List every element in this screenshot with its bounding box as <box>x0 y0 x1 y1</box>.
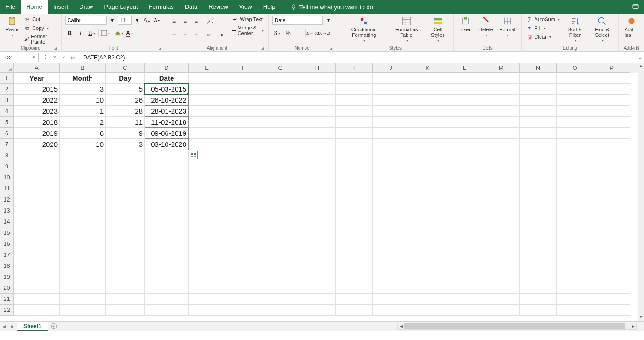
cell-C11[interactable] <box>106 183 145 194</box>
sheet-nav-next[interactable]: ▶ <box>8 322 17 331</box>
align-center-button[interactable]: ≡ <box>181 30 190 40</box>
enter-formula-button[interactable]: ✓ <box>59 54 68 60</box>
cell-O19[interactable] <box>557 271 593 282</box>
cell-C21[interactable] <box>106 294 145 305</box>
increase-decimal-button[interactable]: .0→.00 <box>308 29 317 38</box>
decrease-font-button[interactable]: A▼ <box>153 16 162 25</box>
cell-I12[interactable] <box>336 194 373 205</box>
column-header-O[interactable]: O <box>557 63 593 73</box>
column-header-M[interactable]: M <box>483 63 520 73</box>
scroll-right-button[interactable]: ▶ <box>630 323 636 329</box>
column-header-G[interactable]: G <box>262 63 299 73</box>
cell-F2[interactable] <box>225 84 262 95</box>
cell-H9[interactable] <box>299 161 336 172</box>
cell-F13[interactable] <box>225 205 262 216</box>
cell-P6[interactable] <box>593 128 630 139</box>
cell-E16[interactable] <box>189 238 225 249</box>
cell-M17[interactable] <box>483 249 520 260</box>
cell-H4[interactable] <box>299 106 336 117</box>
tab-review[interactable]: Review <box>203 0 234 14</box>
cell-C1[interactable]: Day <box>106 73 145 84</box>
cell-A4[interactable]: 2023 <box>14 106 60 117</box>
cell-L13[interactable] <box>446 205 483 216</box>
cell-G9[interactable] <box>262 161 299 172</box>
cell-I22[interactable] <box>336 305 373 316</box>
cell-N4[interactable] <box>520 106 557 117</box>
bold-button[interactable]: B <box>65 29 75 38</box>
cell-styles-button[interactable]: Cell Styles <box>426 16 449 44</box>
cell-C17[interactable] <box>106 249 145 260</box>
align-bottom-button[interactable]: ≡ <box>192 17 201 27</box>
italic-button[interactable]: I <box>76 29 86 38</box>
cell-J17[interactable] <box>373 249 409 260</box>
cell-C18[interactable] <box>106 260 145 271</box>
sheet-nav-prev[interactable]: ◀ <box>0 322 8 331</box>
format-as-table-button[interactable]: Format as Table <box>390 16 423 44</box>
tab-file[interactable]: File <box>0 0 21 14</box>
cell-E13[interactable] <box>189 205 225 216</box>
cell-M5[interactable] <box>483 117 520 128</box>
cell-D3[interactable]: 26-10-2022 <box>145 95 189 106</box>
cell-I21[interactable] <box>336 294 373 305</box>
cell-F14[interactable] <box>225 216 262 227</box>
cell-B1[interactable]: Month <box>60 73 106 84</box>
cell-O16[interactable] <box>557 238 593 249</box>
add-sheet-button[interactable] <box>48 322 59 331</box>
cell-K16[interactable] <box>409 238 446 249</box>
cell-B18[interactable] <box>60 260 106 271</box>
font-name-dropdown[interactable]: ▾ <box>108 16 117 25</box>
cell-B3[interactable]: 10 <box>60 95 106 106</box>
cell-L8[interactable] <box>446 150 483 161</box>
cell-B20[interactable] <box>60 282 106 294</box>
cell-P3[interactable] <box>593 95 630 106</box>
cell-A19[interactable] <box>14 271 60 282</box>
cell-B2[interactable]: 3 <box>60 84 106 95</box>
cell-C9[interactable] <box>106 161 145 172</box>
cell-G22[interactable] <box>262 305 299 316</box>
cell-B11[interactable] <box>60 183 106 194</box>
format-cells-button[interactable]: Format <box>498 16 518 38</box>
cell-F9[interactable] <box>225 161 262 172</box>
cell-F21[interactable] <box>225 294 262 305</box>
cell-L2[interactable] <box>446 84 483 95</box>
cell-P13[interactable] <box>593 205 630 216</box>
cell-B6[interactable]: 6 <box>60 128 106 139</box>
cell-A2[interactable]: 2015 <box>14 84 60 95</box>
cell-K11[interactable] <box>409 183 446 194</box>
cell-H12[interactable] <box>299 194 336 205</box>
cell-H15[interactable] <box>299 227 336 238</box>
cell-K13[interactable] <box>409 205 446 216</box>
cell-K18[interactable] <box>409 260 446 271</box>
cell-O12[interactable] <box>557 194 593 205</box>
cell-A18[interactable] <box>14 260 60 271</box>
increase-indent-button[interactable]: ⇥ <box>216 30 225 40</box>
decrease-indent-button[interactable]: ⇤ <box>205 30 214 40</box>
cell-H20[interactable] <box>299 282 336 294</box>
cell-D11[interactable] <box>145 183 189 194</box>
cell-C14[interactable] <box>106 216 145 227</box>
cell-L11[interactable] <box>446 183 483 194</box>
cell-F12[interactable] <box>225 194 262 205</box>
cell-M3[interactable] <box>483 95 520 106</box>
cell-N22[interactable] <box>520 305 557 316</box>
cell-L14[interactable] <box>446 216 483 227</box>
cell-D6[interactable]: 09-06-2019 <box>145 128 189 139</box>
cell-C6[interactable]: 9 <box>106 128 145 139</box>
cell-A22[interactable] <box>14 305 60 316</box>
cell-E4[interactable] <box>189 106 225 117</box>
cell-L7[interactable] <box>446 139 483 150</box>
cell-O17[interactable] <box>557 249 593 260</box>
cut-button[interactable]: ✂Cut <box>23 16 57 23</box>
row-header-15[interactable]: 15 <box>0 227 14 238</box>
scroll-track[interactable] <box>404 323 630 329</box>
cell-P19[interactable] <box>593 271 630 282</box>
cell-C4[interactable]: 28 <box>106 106 145 117</box>
cell-J8[interactable] <box>373 150 409 161</box>
cell-A1[interactable]: Year <box>14 73 60 84</box>
cell-D19[interactable] <box>145 271 189 282</box>
cell-G18[interactable] <box>262 260 299 271</box>
cell-A7[interactable]: 2020 <box>14 139 60 150</box>
cell-N21[interactable] <box>520 294 557 305</box>
expand-formula-bar[interactable]: ⌄ <box>637 54 644 61</box>
cell-L16[interactable] <box>446 238 483 249</box>
